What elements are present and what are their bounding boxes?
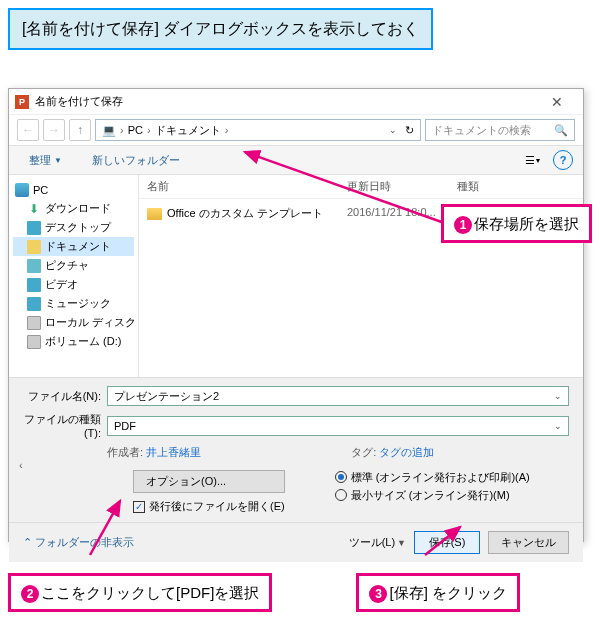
author-label: 作成者: <box>107 446 143 458</box>
file-list-header: 名前 更新日時 種類 <box>139 175 583 199</box>
instruction-caption: [名前を付けて保存] ダイアログボックスを表示しておく <box>8 8 433 50</box>
music-icon <box>27 297 41 311</box>
hide-folders-button[interactable]: ⌃ フォルダーの非表示 <box>23 535 134 550</box>
options-button[interactable]: オプション(O)... <box>133 470 285 493</box>
dialog-footer: ⌃ フォルダーの非表示 ツール(L)▼ 保存(S) キャンセル <box>9 522 583 562</box>
filetype-label: ファイルの種類(T): <box>23 412 101 439</box>
callout-2: 2ここをクリックして[PDF]を選択 <box>8 573 272 612</box>
pc-icon <box>15 183 29 197</box>
radio-icon <box>335 489 347 501</box>
tools-button[interactable]: ツール(L)▼ <box>349 535 406 550</box>
view-button[interactable]: ☰▼ <box>523 150 543 170</box>
tags-value[interactable]: タグの追加 <box>379 446 434 458</box>
videos-icon <box>27 278 41 292</box>
desktop-icon <box>27 221 41 235</box>
chevron-up-icon: ⌃ <box>23 536 32 549</box>
new-folder-button[interactable]: 新しいフォルダー <box>82 150 190 171</box>
documents-icon <box>27 240 41 254</box>
tree-desktop[interactable]: デスクトップ <box>13 218 134 237</box>
folder-tree: PC ⬇ダウンロード デスクトップ ドキュメント ピクチャ ビデオ ミュージック… <box>9 175 139 377</box>
up-button[interactable]: ↑ <box>69 119 91 141</box>
callout-1: 1保存場所を選択 <box>441 204 592 243</box>
callout-number: 3 <box>369 585 387 603</box>
scroll-left-icon[interactable]: ‹ <box>19 459 23 557</box>
open-after-checkbox[interactable]: ✓ 発行後にファイルを開く(E) <box>133 499 285 514</box>
chevron-down-icon[interactable]: ⌄ <box>389 125 397 135</box>
form-area: ファイル名(N): プレゼンテーション2⌄ ファイルの種類(T): PDF⌄ 作… <box>9 377 583 522</box>
callout-3: 3[保存] をクリック <box>356 573 520 612</box>
help-button[interactable]: ? <box>553 150 573 170</box>
chevron-right-icon: › <box>147 124 151 136</box>
folder-icon <box>147 208 162 220</box>
toolbar: 整理▼ 新しいフォルダー ☰▼ ? <box>9 145 583 175</box>
callout-number: 1 <box>454 216 472 234</box>
col-name[interactable]: 名前 <box>147 179 347 194</box>
radio-icon <box>335 471 347 483</box>
nav-bar: ← → ↑ 💻 › PC › ドキュメント › ⌄ ↻ ドキュメントの検索 🔍 <box>9 115 583 145</box>
titlebar: P 名前を付けて保存 ✕ <box>9 89 583 115</box>
filetype-select[interactable]: PDF⌄ <box>107 416 569 436</box>
tree-documents[interactable]: ドキュメント <box>13 237 134 256</box>
save-as-dialog: P 名前を付けて保存 ✕ ← → ↑ 💻 › PC › ドキュメント › ⌄ ↻… <box>8 88 584 542</box>
save-button[interactable]: 保存(S) <box>414 531 480 554</box>
refresh-icon[interactable]: ↻ <box>405 124 414 137</box>
close-icon[interactable]: ✕ <box>537 94 577 110</box>
radio-minimum[interactable]: 最小サイズ (オンライン発行)(M) <box>335 488 530 502</box>
powerpoint-icon: P <box>15 95 29 109</box>
tree-music[interactable]: ミュージック <box>13 294 134 313</box>
disk-icon <box>27 316 41 330</box>
filename-label: ファイル名(N): <box>23 389 101 404</box>
organize-button[interactable]: 整理▼ <box>19 150 72 171</box>
tree-localdisk[interactable]: ローカル ディスク (C <box>13 313 134 332</box>
tree-volume[interactable]: ボリューム (D:) <box>13 332 134 351</box>
disk-icon <box>27 335 41 349</box>
download-icon: ⬇ <box>27 202 41 216</box>
breadcrumb-folder[interactable]: ドキュメント <box>155 123 221 138</box>
chevron-right-icon: › <box>120 124 124 136</box>
col-type[interactable]: 種類 <box>457 179 479 194</box>
chevron-down-icon: ⌄ <box>554 391 562 401</box>
search-icon: 🔍 <box>554 124 568 137</box>
tree-pictures[interactable]: ピクチャ <box>13 256 134 275</box>
back-button[interactable]: ← <box>17 119 39 141</box>
breadcrumb[interactable]: 💻 › PC › ドキュメント › ⌄ ↻ <box>95 119 421 141</box>
search-placeholder: ドキュメントの検索 <box>432 123 531 138</box>
chevron-right-icon: › <box>225 124 229 136</box>
tree-downloads[interactable]: ⬇ダウンロード <box>13 199 134 218</box>
filename-input[interactable]: プレゼンテーション2⌄ <box>107 386 569 406</box>
cancel-button[interactable]: キャンセル <box>488 531 569 554</box>
radio-standard[interactable]: 標準 (オンライン発行および印刷)(A) <box>335 470 530 484</box>
callout-number: 2 <box>21 585 39 603</box>
tree-videos[interactable]: ビデオ <box>13 275 134 294</box>
pc-icon: 💻 <box>102 124 116 137</box>
col-date[interactable]: 更新日時 <box>347 179 457 194</box>
breadcrumb-pc[interactable]: PC <box>128 124 143 136</box>
forward-button[interactable]: → <box>43 119 65 141</box>
pictures-icon <box>27 259 41 273</box>
tree-pc[interactable]: PC <box>13 181 134 199</box>
tags-label: タグ: <box>351 446 376 458</box>
search-input[interactable]: ドキュメントの検索 🔍 <box>425 119 575 141</box>
dialog-title: 名前を付けて保存 <box>35 94 537 109</box>
author-value[interactable]: 井上香緒里 <box>146 446 201 458</box>
checkbox-icon: ✓ <box>133 501 145 513</box>
chevron-down-icon: ⌄ <box>554 421 562 431</box>
